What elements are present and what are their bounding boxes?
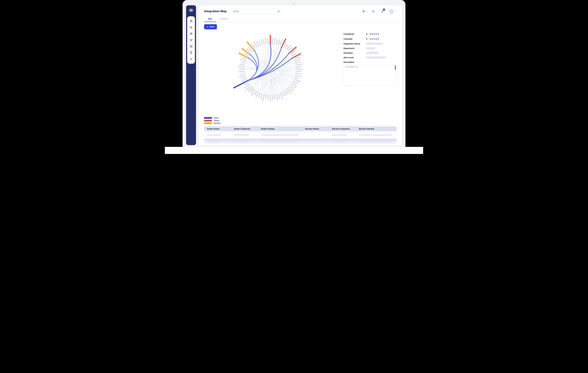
svg-line-159 [240, 59, 246, 61]
legend-label-receiver: Receiver [214, 122, 220, 124]
svg-line-153 [241, 73, 245, 74]
table-header: Sender Partner Sender Component Sender I… [204, 126, 397, 131]
search-input[interactable] [233, 10, 276, 12]
svg-line-158 [241, 62, 245, 63]
svg-line-165 [249, 48, 252, 51]
table-cell [358, 140, 395, 142]
tab-map[interactable]: Map [204, 16, 216, 22]
svg-line-127 [285, 90, 288, 94]
svg-line-141 [256, 92, 259, 97]
legend-chip-select [204, 117, 212, 119]
svg-line-96 [272, 39, 273, 43]
chevron-down-icon [365, 11, 367, 12]
chart-legend: Select Sender Receiver [204, 117, 336, 124]
svg-line-150 [242, 79, 246, 81]
nav-settings-icon[interactable] [188, 56, 194, 62]
svg-line-128 [284, 91, 286, 95]
table-cell [233, 134, 260, 136]
svg-point-180 [248, 57, 249, 59]
theme-toggle[interactable] [371, 9, 376, 14]
svg-line-137 [266, 95, 266, 98]
svg-line-108 [292, 53, 296, 55]
chord-chart-pane: Select Sender Receiver [204, 30, 336, 124]
avatar [389, 9, 394, 14]
detail-label-complexity: Complexity [344, 33, 365, 35]
svg-line-170 [259, 42, 260, 45]
table-cell [233, 140, 260, 142]
language-menu[interactable] [362, 9, 367, 14]
table-cell [331, 140, 358, 142]
nav-cloud-icon[interactable] [188, 24, 194, 31]
scrollbar-thumb[interactable] [395, 65, 396, 70]
svg-line-173 [265, 38, 266, 43]
chord-chart[interactable] [224, 23, 316, 116]
page-title: Integration Map [204, 10, 227, 13]
nav-branch-icon[interactable] [188, 37, 194, 43]
svg-line-162 [245, 53, 248, 55]
svg-point-4 [192, 39, 192, 40]
legend-chip-receiver [204, 122, 212, 124]
skeleton [366, 56, 386, 59]
svg-point-9 [191, 59, 191, 59]
notifications-button[interactable]: 5 [380, 9, 385, 14]
description-placeholder: Description text.. [346, 66, 358, 68]
svg-line-110 [294, 57, 299, 59]
th-sender-component[interactable]: Sender Component [233, 128, 260, 130]
th-receiver-interface[interactable]: Receiver Interface [358, 128, 395, 130]
detail-label-alert-email: Alert email [344, 56, 365, 59]
account-menu[interactable] [389, 9, 397, 14]
detail-label-department: Department [344, 47, 365, 49]
svg-line-152 [239, 75, 245, 77]
svg-line-169 [256, 42, 259, 46]
svg-line-121 [294, 81, 298, 83]
th-receiver-partner[interactable]: Receiver Partner [304, 128, 331, 130]
svg-line-122 [292, 83, 296, 85]
th-sender-partner[interactable]: Sender Partner [206, 128, 233, 130]
nav-command-icon[interactable] [188, 18, 194, 24]
svg-line-116 [296, 71, 301, 72]
skeleton [366, 52, 378, 54]
svg-line-99 [278, 40, 280, 45]
legend-sender: Sender [204, 120, 336, 122]
filters-button-label: Filters [209, 26, 215, 28]
th-sender-interface[interactable]: Sender Interface [260, 128, 304, 130]
legend-label-sender: Sender [214, 120, 219, 122]
svg-line-107 [291, 52, 295, 54]
table-row[interactable] [204, 139, 397, 144]
svg-line-136 [268, 95, 268, 99]
tab-inventory[interactable]: Inventory [216, 16, 231, 22]
svg-line-103 [285, 44, 288, 48]
svg-line-117 [296, 73, 301, 74]
svg-line-131 [278, 94, 280, 98]
nav-pie-icon[interactable] [188, 31, 194, 37]
svg-line-98 [276, 40, 277, 44]
svg-line-171 [261, 40, 262, 45]
legend-label-select: Select [214, 117, 219, 119]
search-box[interactable] [231, 9, 282, 14]
criticality-stars: ★★★★⯨ [369, 38, 379, 40]
svg-line-160 [242, 57, 246, 59]
search-icon [277, 10, 280, 12]
skeleton [366, 43, 383, 45]
moon-icon [372, 10, 375, 13]
svg-line-167 [252, 45, 255, 48]
nav-clipboard-icon[interactable] [188, 50, 194, 56]
svg-line-102 [284, 44, 286, 47]
th-receiver-component[interactable]: Receiver Component [331, 128, 358, 130]
svg-point-12 [207, 26, 207, 26]
notifications-badge: 5 [383, 9, 385, 11]
svg-line-129 [282, 92, 284, 96]
svg-line-138 [263, 94, 264, 101]
description-textarea[interactable]: Description text.. [344, 64, 397, 85]
table-row[interactable] [204, 132, 397, 138]
nav-calendar-icon[interactable] [188, 43, 194, 50]
svg-line-97 [274, 38, 275, 43]
detail-value-criticality: 4 [366, 38, 367, 40]
svg-line-134 [272, 95, 273, 100]
svg-line-139 [261, 94, 262, 98]
filters-button[interactable]: Filters [204, 24, 217, 29]
laptop-base [165, 147, 423, 154]
detail-value-complexity: 4 [366, 33, 367, 35]
svg-point-3 [190, 39, 190, 40]
legend-chip-sender [204, 120, 212, 121]
